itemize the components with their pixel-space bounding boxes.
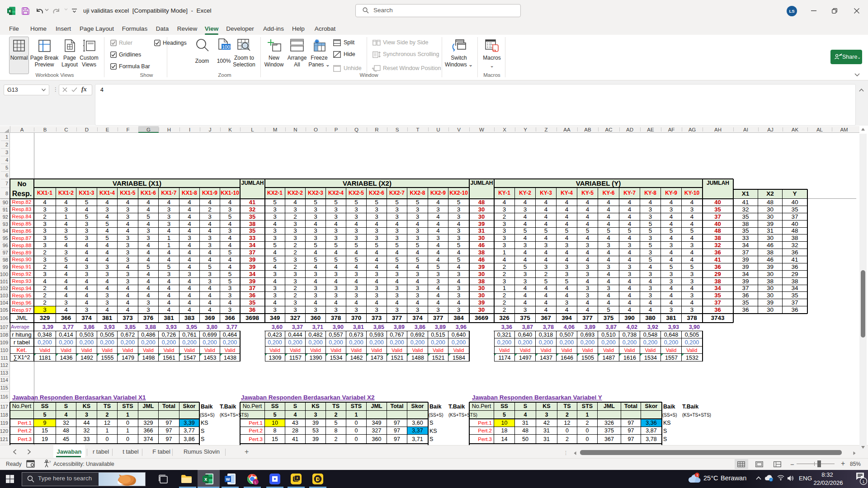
svg-text:L: L (255, 480, 257, 484)
svg-text:1: 1 (862, 479, 864, 484)
svg-text:x: x (9, 9, 11, 13)
svg-text:100: 100 (222, 44, 230, 50)
svg-text:w: w (226, 476, 230, 482)
svg-text:x: x (204, 476, 208, 482)
svg-text:3: 3 (696, 473, 698, 477)
svg-text:i: i (771, 478, 772, 481)
svg-text:?: ? (49, 460, 51, 464)
